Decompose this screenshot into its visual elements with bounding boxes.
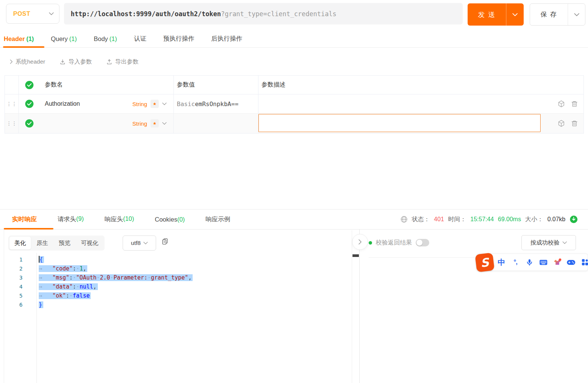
code-line: → "msg":·"OAuth·2.0·Parameter:·grant_typ… — [39, 273, 352, 282]
toolbox-icon[interactable] — [580, 258, 588, 266]
export-params-button[interactable]: 导出参数 — [106, 58, 138, 66]
collapse-panel-button[interactable] — [352, 234, 368, 250]
save-dropdown-button[interactable] — [568, 4, 585, 25]
drag-column-header — [5, 76, 19, 94]
tab-pre-exec[interactable]: 预执行操作 — [163, 35, 194, 43]
row-actions — [557, 94, 583, 113]
param-name-field[interactable]: Authorization — [45, 100, 80, 107]
code-line: } — [39, 300, 352, 309]
cube-icon[interactable] — [557, 100, 565, 108]
import-icon — [59, 59, 66, 65]
method-label: POST — [13, 11, 30, 17]
chevron-right-icon — [10, 59, 13, 64]
request-tabs: Header(1) Query(1) Body(1) 认证 预执行操作 后执行操… — [0, 30, 588, 48]
param-value-field[interactable]: Basic emRsOnpkbA== — [174, 94, 258, 113]
status-label: 状态： — [412, 216, 430, 223]
code-line: → "code":·1, — [39, 264, 352, 273]
encoding-value: utf8 — [131, 240, 141, 246]
send-button[interactable]: 发 送 — [468, 3, 506, 26]
mode-raw[interactable]: 原生 — [32, 237, 53, 249]
tab-query[interactable]: Query(1) — [51, 35, 77, 43]
time-label: 时间： — [448, 216, 466, 223]
code-line: → "data":·null, — [39, 282, 352, 291]
row-checkbox[interactable] — [25, 100, 33, 108]
validate-header: 校验返回结果 — [369, 235, 429, 251]
required-badge: * — [150, 100, 159, 108]
validate-mode-select[interactable]: 按成功校验 — [521, 235, 576, 250]
tab-auth[interactable]: 认证 — [134, 35, 146, 43]
globe-icon — [400, 216, 408, 223]
delete-row-icon[interactable] — [571, 120, 578, 127]
punctuation-icon[interactable]: °, — [511, 258, 520, 266]
game-icon[interactable] — [567, 259, 576, 266]
chevron-down-icon — [574, 13, 579, 17]
validate-label: 校验返回结果 — [376, 239, 412, 247]
value-column-header: 参数值 — [177, 81, 195, 89]
import-params-button[interactable]: 导入参数 — [59, 58, 92, 66]
response-duration: 69.00ms — [498, 216, 521, 223]
method-select[interactable]: POST — [6, 4, 59, 24]
viewer-mode-switch: 美化 原生 预览 可视化 — [8, 236, 105, 251]
mode-visualize[interactable]: 可视化 — [76, 237, 103, 249]
chevron-down-icon — [143, 242, 148, 245]
chevron-down-icon — [162, 102, 167, 105]
tab-request-headers[interactable]: 请求头(9) — [58, 215, 84, 223]
tab-response-example[interactable]: 响应示例 — [205, 215, 230, 223]
voice-icon[interactable] — [525, 258, 534, 266]
mode-preview[interactable]: 预览 — [54, 237, 75, 249]
editor-scrollbar-thumb[interactable] — [352, 254, 359, 257]
tab-post-exec[interactable]: 后执行操作 — [211, 35, 243, 43]
chevron-right-icon — [358, 239, 362, 245]
drag-handle-icon[interactable]: ⋮⋮ — [6, 122, 17, 125]
response-code-editor[interactable]: 123456 {→ "code":·1,→ "msg":·"OAuth·2.0·… — [4, 253, 352, 383]
tab-query-count: (1) — [69, 35, 77, 43]
sogou-logo[interactable]: S — [475, 252, 494, 272]
param-type-select[interactable]: String * — [132, 119, 167, 128]
param-desc-field[interactable] — [258, 94, 583, 113]
copy-response-icon[interactable] — [161, 238, 169, 245]
save-button[interactable]: 保 存 — [530, 4, 568, 25]
response-status-bar: 状态： 401 时间： 15:57:44 69.00ms 大小： 0.07kb — [400, 209, 578, 229]
save-button-group: 保 存 — [530, 3, 585, 26]
tab-cookies[interactable]: Cookies(0) — [155, 216, 185, 223]
tab-header-count: (1) — [26, 35, 34, 43]
tab-body[interactable]: Body(1) — [94, 35, 117, 43]
line-number: 4 — [4, 282, 23, 291]
drag-handle-icon[interactable]: ⋮⋮ — [6, 102, 17, 106]
tab-response-headers[interactable]: 响应头(10) — [105, 215, 134, 223]
param-row-new: ⋮⋮ String * — [5, 114, 583, 133]
download-response-icon[interactable] — [570, 215, 578, 223]
skin-icon[interactable] — [553, 258, 562, 267]
param-type-select[interactable]: String * — [132, 100, 167, 108]
param-desc-input-focused[interactable] — [258, 114, 541, 132]
param-value-field[interactable] — [174, 114, 258, 133]
chevron-down-icon — [49, 12, 54, 15]
system-header-toggle[interactable]: 系统header — [10, 58, 45, 66]
select-all-checkbox[interactable] — [25, 81, 33, 89]
editor-scrollbar-track — [352, 230, 352, 383]
url-input[interactable]: http://localhost:9999/auth/oauth2/token?… — [64, 3, 463, 24]
tab-live-response[interactable]: 实时响应 — [12, 215, 37, 223]
status-code: 401 — [434, 216, 444, 223]
code-gutter: 123456 — [4, 253, 37, 383]
line-number: 6 — [4, 300, 23, 309]
validate-toggle[interactable] — [416, 239, 429, 246]
delete-row-icon[interactable] — [571, 100, 578, 108]
size-label: 大小： — [525, 216, 543, 223]
cube-icon[interactable] — [557, 119, 565, 128]
response-time: 15:57:44 — [470, 216, 494, 223]
table-header-row: 参数名 参数值 参数描述 — [5, 76, 583, 94]
tab-header[interactable]: Header(1) — [4, 35, 34, 43]
chevron-down-icon — [162, 122, 167, 125]
encoding-select[interactable]: utf8 — [123, 236, 156, 251]
chinese-mode-icon[interactable]: 中 — [497, 257, 506, 267]
code-line: { — [39, 255, 352, 264]
params-table: 参数名 参数值 参数描述 ⋮⋮ Authorization String * B… — [5, 75, 584, 134]
line-number: 2 — [4, 264, 23, 273]
row-checkbox[interactable] — [25, 119, 33, 128]
row-actions — [557, 114, 583, 133]
send-dropdown-button[interactable] — [506, 3, 524, 26]
keyboard-icon[interactable] — [539, 258, 548, 267]
url-query-text: ?grant_type=client_credentials — [221, 10, 336, 18]
mode-beautify[interactable]: 美化 — [9, 237, 31, 249]
